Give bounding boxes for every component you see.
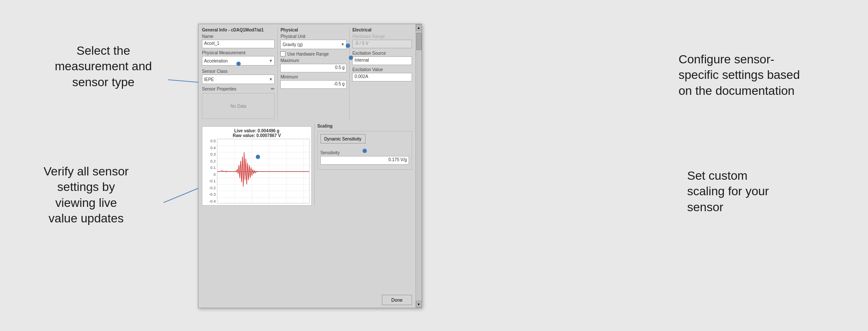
sensor-properties-label: Sensor Properties bbox=[202, 87, 236, 91]
minimum-input[interactable]: -0.5 g bbox=[280, 80, 347, 89]
use-hardware-range-checkbox[interactable] bbox=[280, 51, 285, 56]
minimum-group: Minimum -0.5 g bbox=[280, 75, 347, 89]
chart-section: Live value: 0.004496 g Raw value: 0.0007… bbox=[202, 124, 312, 206]
sensor-class-select[interactable]: IEPE ▼ bbox=[202, 75, 275, 84]
scaling-section: Scaling Dynamic Sensitivity Sensitivity bbox=[314, 124, 412, 206]
annotation-bottom-right: Set custom scaling for your sensor bbox=[687, 168, 825, 215]
scrollbar[interactable]: ▲ ▼ bbox=[415, 24, 422, 308]
annotation-top-left: Select the measurement and sensor type bbox=[34, 43, 172, 90]
sensor-class-arrow: ▼ bbox=[269, 77, 273, 81]
scaling-title: Scaling bbox=[317, 124, 412, 128]
physical-unit-select[interactable]: Gravity (g) ▼ bbox=[280, 40, 347, 49]
blue-dot-physical-measurement bbox=[236, 62, 241, 66]
edit-icon[interactable]: ✏ bbox=[271, 86, 275, 92]
annotation-bottom-left: Verify all sensor settings by viewing li… bbox=[17, 164, 155, 227]
scaling-inner: Dynamic Sensitivity Sensitivity 0.175 V/… bbox=[317, 131, 412, 170]
sensor-properties-group: Sensor Properties ✏ No Data bbox=[202, 86, 275, 119]
blue-dot-chart bbox=[256, 155, 260, 159]
general-info-title: General Info - cDAQ1Mod7/ai1 bbox=[202, 28, 275, 32]
physical-unit-group: Physical Unit Gravity (g) ▼ bbox=[280, 34, 347, 49]
annotation-top-right: Configure sensor- specific settings base… bbox=[679, 52, 825, 99]
scroll-up[interactable]: ▲ bbox=[416, 24, 422, 31]
chart-container: Live value: 0.004496 g Raw value: 0.0007… bbox=[202, 126, 312, 206]
name-label: Name bbox=[202, 34, 275, 39]
maximum-label: Maximum bbox=[280, 58, 347, 63]
electrical-title: Electrical bbox=[352, 28, 412, 32]
excitation-value-group: Excitation Value 0.002A bbox=[352, 67, 412, 81]
waveform-chart bbox=[217, 139, 310, 203]
sensor-class-group: Sensor Class IEPE ▼ bbox=[202, 69, 275, 84]
page-container: Select the measurement and sensor type V… bbox=[0, 0, 868, 331]
hardware-range-input: -5 / 5 V bbox=[352, 40, 412, 48]
dynamic-sensitivity-button[interactable]: Dynamic Sensitivity bbox=[320, 134, 366, 144]
maximum-group: Maximum 0.5 g bbox=[280, 58, 347, 72]
use-hardware-range-label: Use Hardware Range bbox=[287, 52, 329, 56]
excitation-source-group: Excitation Source Internal bbox=[352, 51, 412, 65]
excitation-value-input[interactable]: 0.002A bbox=[352, 73, 412, 81]
use-hardware-range-group: Use Hardware Range bbox=[280, 51, 347, 56]
physical-title: Physical bbox=[280, 28, 347, 32]
sensor-properties-header: Sensor Properties ✏ bbox=[202, 86, 275, 92]
name-input[interactable]: Accel_1 bbox=[202, 40, 275, 48]
no-data-area: No Data bbox=[202, 93, 275, 119]
done-button[interactable]: Done bbox=[382, 295, 412, 305]
physical-measurement-label: Physical Measurement bbox=[202, 50, 275, 55]
physical-unit-arrow: ▼ bbox=[341, 42, 344, 47]
general-info-section: General Info - cDAQ1Mod7/ai1 Name Accel_… bbox=[202, 28, 275, 121]
physical-section: Physical Physical Unit Gravity (g) ▼ bbox=[277, 28, 347, 121]
sensor-class-label: Sensor Class bbox=[202, 69, 275, 74]
hardware-range-label: Hardware Range bbox=[352, 34, 412, 39]
electrical-section: Electrical Hardware Range -5 / 5 V Excit… bbox=[349, 28, 412, 121]
main-dialog: ▲ ▼ General Info - cDAQ1Mod7/ai1 Name Ac… bbox=[198, 24, 422, 308]
excitation-value-label: Excitation Value bbox=[352, 67, 412, 72]
maximum-input[interactable]: 0.5 g bbox=[280, 64, 347, 72]
minimum-label: Minimum bbox=[280, 75, 347, 79]
physical-unit-label: Physical Unit bbox=[280, 34, 347, 39]
sensitivity-input[interactable]: 0.175 V/g bbox=[320, 156, 409, 165]
scroll-thumb[interactable] bbox=[416, 33, 422, 50]
dialog-footer: Done bbox=[198, 292, 422, 308]
excitation-source-label: Excitation Source bbox=[352, 51, 412, 56]
excitation-source-input[interactable]: Internal bbox=[352, 56, 412, 65]
hardware-range-group: Hardware Range -5 / 5 V bbox=[352, 34, 412, 48]
svg-line-1 bbox=[164, 187, 200, 203]
dialog-content: General Info - cDAQ1Mod7/ai1 Name Accel_… bbox=[198, 24, 422, 292]
name-field-group: Name Accel_1 bbox=[202, 34, 275, 48]
blue-dot-scaling bbox=[363, 149, 367, 153]
live-value-label: Live value: 0.004496 g Raw value: 0.0007… bbox=[204, 128, 310, 138]
physical-measurement-arrow: ▼ bbox=[269, 59, 273, 63]
scroll-down[interactable]: ▼ bbox=[416, 301, 422, 308]
